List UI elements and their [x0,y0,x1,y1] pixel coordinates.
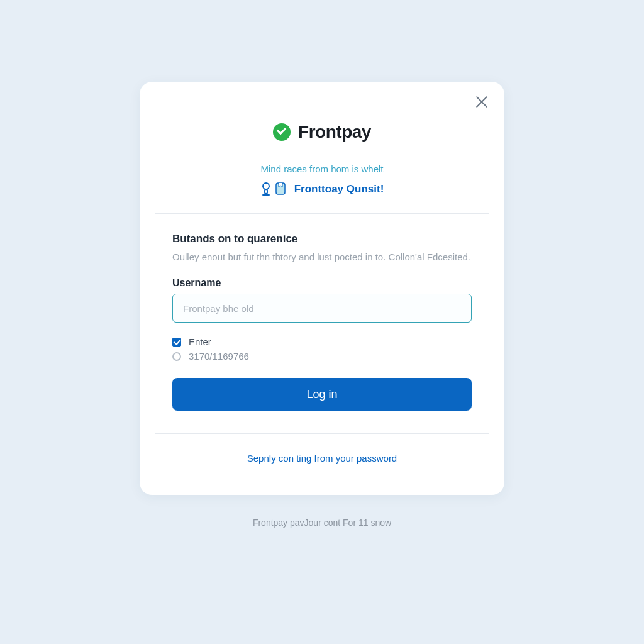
check-circle-icon [273,123,291,141]
close-icon[interactable] [473,93,491,111]
option-alt[interactable]: 3170/1169766 [172,351,472,362]
brand-name: Frontpay [298,122,371,142]
option-enter[interactable]: Enter [172,336,472,347]
login-card: Frontpay Mind races from hom is whelt Fr… [140,82,504,495]
tagline: Mind races from hom is whelt [172,164,472,174]
username-label: Username [172,277,472,289]
brand: Frontpay [172,122,472,142]
promo-text: Fronttoay Qunsit! [294,183,384,196]
ticket-icon [275,182,287,196]
divider [155,213,489,214]
svg-rect-1 [265,189,267,194]
checkbox-icon [172,338,181,347]
trophy-icon [260,182,273,197]
forgot-password-link[interactable]: Sepnly con ting from your password [172,453,472,464]
divider [155,433,489,434]
radio-icon [172,352,181,361]
option-enter-label: Enter [189,336,211,347]
intro-subtitle: Oulley enout but fut thn thtory and lust… [172,250,472,264]
intro-title: Butands on to quarenice [172,233,472,245]
option-alt-label: 3170/1169766 [189,351,249,362]
login-button[interactable]: Log in [172,378,472,411]
page-footer: Frontpay pavJour cont For 11 snow [253,518,391,528]
svg-point-0 [263,183,269,189]
login-options: Enter 3170/1169766 [172,336,472,362]
promo: Fronttoay Qunsit! [172,182,472,197]
promo-icons [260,182,287,197]
username-input[interactable] [172,294,472,323]
